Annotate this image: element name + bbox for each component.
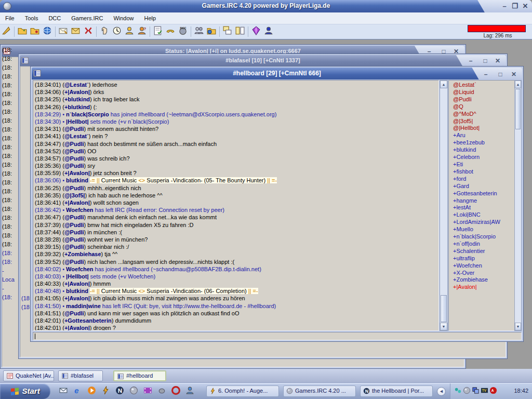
nick-list-item[interactable]: +ultraflip xyxy=(453,255,514,262)
quicklaunch-mail-icon[interactable] xyxy=(58,386,69,396)
clock-timer-icon[interactable] xyxy=(111,26,123,37)
nick-list-item[interactable]: @Lestat` xyxy=(453,82,514,89)
nick-list-item[interactable]: +Zombiehase xyxy=(453,276,514,284)
nick-list-item[interactable]: @^MoD^ xyxy=(453,111,514,118)
user-info-icon[interactable] xyxy=(124,26,135,37)
scrollbar-thumb[interactable] xyxy=(441,295,447,322)
start-button[interactable]: Start xyxy=(0,383,50,399)
quicklaunch-wmp-icon[interactable] xyxy=(86,386,97,396)
restore-button[interactable]: ❐ xyxy=(510,2,520,10)
user-query-icon[interactable]: ? xyxy=(136,26,148,37)
quicklaunch-movie-icon[interactable] xyxy=(142,386,153,396)
scroll-down-icon[interactable]: ▼ xyxy=(515,323,521,330)
switchbar-button-1[interactable]: QuakeNet |Av... xyxy=(3,370,54,381)
scroll-down-icon[interactable]: ▼ xyxy=(440,323,447,330)
user-list-icon[interactable] xyxy=(193,26,205,37)
chat-input[interactable] xyxy=(33,332,522,340)
window-switchbar: QuakeNet |Av...#blafasel#hellboard xyxy=(0,369,532,383)
user-away-icon[interactable] xyxy=(263,26,274,37)
quicklaunch-mouse-icon[interactable] xyxy=(156,386,167,396)
menu-item-gamersirc[interactable]: Gamers.IRC xyxy=(66,12,108,24)
nick-list-item[interactable]: +fishbot xyxy=(453,168,514,176)
folder-favorites-icon[interactable] xyxy=(29,26,41,37)
nick-list-item[interactable]: +Schalentier xyxy=(453,248,514,255)
nick-list-item[interactable]: +Aru xyxy=(453,132,514,139)
nick-list-item[interactable]: @|Hellbot| xyxy=(453,125,514,132)
menu-item-tools[interactable]: Tools xyxy=(20,12,44,24)
tray-windows-update-icon[interactable] xyxy=(471,387,480,395)
menu-item-dcc[interactable]: DCC xyxy=(43,12,66,24)
nick-list-item[interactable]: +Gottesanbeterin xyxy=(453,190,514,197)
nick-list-item[interactable]: +Woefchen xyxy=(453,262,514,270)
close-button[interactable]: ✕ xyxy=(494,56,502,65)
maximize-button[interactable]: □ xyxy=(481,56,489,65)
chat-scrollbar[interactable]: ▲ ▼ xyxy=(440,80,448,331)
nick-list-item[interactable]: +bee1zebub xyxy=(453,139,514,147)
tray-player-ball-icon[interactable] xyxy=(462,387,471,395)
nick-list-item[interactable]: +lestAt xyxy=(453,204,514,211)
quicklaunch-winamp-icon[interactable] xyxy=(100,386,111,396)
minimize-button[interactable]: – xyxy=(500,2,509,10)
taskbar-button-2[interactable]: Gamers.IRC 4.20 ... xyxy=(283,385,356,397)
quicklaunch-player-ball-icon[interactable] xyxy=(128,386,139,396)
blafasel-titlebar[interactable]: #blafasel [10] [+CnNtl 1337] – □ ✕ xyxy=(20,55,506,66)
nick-list-item[interactable]: +hangme xyxy=(453,197,514,205)
nick-list-item[interactable]: +X-Over xyxy=(453,270,514,277)
folder-open-icon[interactable] xyxy=(17,26,28,37)
tray-tv-card-icon[interactable]: TV xyxy=(480,387,489,395)
mail-receive-icon[interactable] xyxy=(70,26,82,37)
phone-dcc-icon[interactable] xyxy=(165,26,176,37)
menu-item-window[interactable]: Window xyxy=(108,12,139,24)
close-button[interactable]: ✕ xyxy=(521,2,530,10)
app-titlebar[interactable]: Gamers.IRC 4.20 powered by PlayerLiga.de… xyxy=(0,0,532,12)
nick-list-item[interactable]: +n`off|odin xyxy=(453,241,514,248)
hellboard-titlebar[interactable]: #hellboard [29] [+CmnNtl 666] – □ ✕ xyxy=(32,68,522,79)
nick-list-item[interactable]: @Q xyxy=(453,103,514,111)
switchbar-button-2[interactable]: #blafasel xyxy=(58,370,103,381)
menu-item-file[interactable]: File xyxy=(0,12,20,24)
scroll-up-icon[interactable]: ▲ xyxy=(440,81,447,88)
quicklaunch-ie-icon[interactable]: e xyxy=(72,386,83,396)
maximize-button[interactable]: □ xyxy=(496,70,504,79)
nick-list-item[interactable]: +LordAmiziras|AW xyxy=(453,219,514,226)
nick-list-item[interactable]: +Loki|BNC xyxy=(453,211,514,219)
nick-list-item[interactable]: +blutkind xyxy=(453,147,514,154)
tray-network-icon[interactable] xyxy=(454,387,462,395)
nick-list-item[interactable]: @Liquid xyxy=(453,89,514,96)
taskbar-button-3[interactable]: Nthe Hellboard | Por... xyxy=(360,385,433,397)
minimize-button[interactable]: – xyxy=(482,70,490,79)
close-button[interactable]: ✕ xyxy=(510,70,518,79)
scroll-up-icon[interactable]: ▲ xyxy=(515,81,521,88)
quicklaunch-opera-icon[interactable] xyxy=(170,386,181,396)
nick-list-item[interactable]: +n`black|Scorpio xyxy=(453,233,514,241)
taskbar-button-1[interactable]: 6. Oomph! - Auge... xyxy=(206,385,279,397)
switchbar-button-3[interactable]: #hellboard xyxy=(113,370,166,381)
menu-item-help[interactable]: Help xyxy=(139,12,162,24)
nick-list-item[interactable]: +ford xyxy=(453,176,514,183)
scrollbar-thumb[interactable] xyxy=(515,89,521,129)
collapse-arrow-button[interactable]: ◄ xyxy=(437,387,446,396)
globe-options-icon[interactable] xyxy=(42,26,53,37)
quicklaunch-netscape-icon[interactable]: N xyxy=(114,386,125,396)
quicklaunch-msn-icon[interactable] xyxy=(184,386,195,396)
dcc-ball-icon[interactable]: DCC xyxy=(177,26,189,37)
nick-list-item[interactable]: +|Avalon| xyxy=(453,284,514,291)
tray-ati-icon[interactable]: A xyxy=(489,387,498,395)
notes-list-icon[interactable] xyxy=(152,26,164,37)
nick-list-item[interactable]: +Eti xyxy=(453,161,514,168)
feather-pen-icon[interactable] xyxy=(1,26,12,37)
nick-list-item[interactable]: @Pudli xyxy=(453,96,514,103)
cascade-windows-icon[interactable] xyxy=(222,26,233,37)
nick-list-item[interactable]: +Celeborn xyxy=(453,154,514,161)
disconnect-icon[interactable] xyxy=(83,26,94,37)
tile-windows-icon[interactable] xyxy=(234,26,246,37)
mail-send-icon[interactable] xyxy=(58,26,69,37)
nicklist-scrollbar[interactable]: ▲ ▼ xyxy=(514,80,522,331)
minimize-button[interactable]: – xyxy=(467,56,475,65)
gem-about-icon[interactable] xyxy=(250,26,262,37)
nick-list-item[interactable]: +Gard xyxy=(453,183,514,190)
hand-cursor-icon[interactable] xyxy=(99,26,110,37)
nick-list-item[interactable]: @|3of5| xyxy=(453,118,514,125)
channels-folder-icon[interactable] xyxy=(206,26,217,37)
nick-list-item[interactable]: +Muello xyxy=(453,226,514,233)
